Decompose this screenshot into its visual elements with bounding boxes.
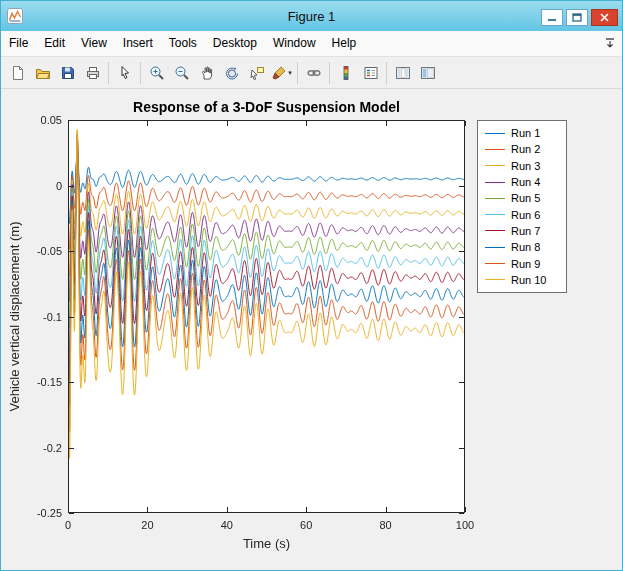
insert-colorbar-button[interactable] bbox=[333, 60, 358, 85]
y-tick-label: 0 bbox=[18, 180, 62, 192]
figure-canvas-area: Response of a 3-DoF Suspension Model Veh… bbox=[1, 89, 622, 570]
legend-entry[interactable]: Run 7 bbox=[485, 223, 559, 238]
legend-label: Run 1 bbox=[511, 127, 540, 139]
legend-line-sample bbox=[485, 279, 505, 280]
data-cursor-icon bbox=[249, 65, 265, 81]
show-plot-tools-button[interactable] bbox=[415, 60, 440, 85]
legend-entry[interactable]: Run 5 bbox=[485, 191, 559, 206]
zoom-out-icon bbox=[174, 65, 190, 81]
zoom-in-button[interactable] bbox=[144, 60, 169, 85]
window-controls bbox=[541, 6, 622, 26]
legend-label: Run 8 bbox=[511, 241, 540, 253]
menu-item-edit[interactable]: Edit bbox=[36, 31, 73, 56]
figure-toolbar: ▾ bbox=[1, 57, 622, 89]
rotate-3d-icon bbox=[224, 65, 240, 81]
y-tick-label: 0.05 bbox=[18, 114, 62, 126]
y-tick-label: -0.1 bbox=[18, 311, 62, 323]
legend-label: Run 7 bbox=[511, 225, 540, 237]
y-tick-label: -0.05 bbox=[18, 245, 62, 257]
rotate-3d-button[interactable] bbox=[219, 60, 244, 85]
legend-label: Run 4 bbox=[511, 176, 540, 188]
menu-item-insert[interactable]: Insert bbox=[115, 31, 161, 56]
x-tick-label: 80 bbox=[364, 519, 408, 531]
legend-entry[interactable]: Run 1 bbox=[485, 126, 559, 141]
print-figure-button[interactable] bbox=[80, 60, 105, 85]
window-title: Figure 1 bbox=[1, 9, 622, 24]
insert-legend-icon bbox=[363, 65, 379, 81]
legend-entry[interactable]: Run 6 bbox=[485, 207, 559, 222]
legend-label: Run 10 bbox=[511, 274, 546, 286]
legend-entry[interactable]: Run 8 bbox=[485, 240, 559, 255]
menubar: FileEditViewInsertToolsDesktopWindowHelp bbox=[1, 31, 622, 57]
legend-line-sample bbox=[485, 165, 505, 166]
pan-button[interactable] bbox=[194, 60, 219, 85]
y-tick-label: -0.25 bbox=[18, 507, 62, 519]
hide-plot-tools-icon bbox=[395, 65, 411, 81]
legend[interactable]: Run 1Run 2Run 3Run 4Run 5Run 6Run 7Run 8… bbox=[477, 120, 567, 293]
link-plot-icon bbox=[306, 65, 322, 81]
insert-legend-button[interactable] bbox=[358, 60, 383, 85]
brush-data-button[interactable]: ▾ bbox=[269, 60, 294, 85]
chart-title: Response of a 3-DoF Suspension Model bbox=[68, 99, 465, 115]
minimize-button[interactable] bbox=[541, 9, 563, 26]
legend-label: Run 9 bbox=[511, 258, 540, 270]
menu-item-tools[interactable]: Tools bbox=[161, 31, 205, 56]
pan-icon bbox=[199, 65, 215, 81]
legend-label: Run 2 bbox=[511, 143, 540, 155]
close-button[interactable] bbox=[591, 9, 618, 26]
legend-line-sample bbox=[485, 214, 505, 215]
legend-label: Run 5 bbox=[511, 192, 540, 204]
legend-line-sample bbox=[485, 230, 505, 231]
new-figure-button[interactable] bbox=[5, 60, 30, 85]
legend-entry[interactable]: Run 4 bbox=[485, 175, 559, 190]
menu-item-window[interactable]: Window bbox=[265, 31, 324, 56]
menu-item-view[interactable]: View bbox=[73, 31, 115, 56]
toolbar-separator bbox=[297, 62, 298, 84]
hide-plot-tools-button[interactable] bbox=[390, 60, 415, 85]
legend-label: Run 6 bbox=[511, 209, 540, 221]
edit-plot-button[interactable] bbox=[112, 60, 137, 85]
zoom-out-button[interactable] bbox=[169, 60, 194, 85]
matlab-figure-icon bbox=[7, 8, 23, 24]
legend-entry[interactable]: Run 2 bbox=[485, 142, 559, 157]
show-plot-tools-icon bbox=[420, 65, 436, 81]
titlebar[interactable]: Figure 1 bbox=[1, 1, 622, 31]
menu-item-help[interactable]: Help bbox=[324, 31, 365, 56]
menu-item-file[interactable]: File bbox=[1, 31, 36, 56]
link-plot-button[interactable] bbox=[301, 60, 326, 85]
open-file-button[interactable] bbox=[30, 60, 55, 85]
maximize-button[interactable] bbox=[566, 9, 588, 26]
legend-entry[interactable]: Run 3 bbox=[485, 158, 559, 173]
legend-entry[interactable]: Run 9 bbox=[485, 256, 559, 271]
brush-data-icon bbox=[271, 65, 287, 81]
legend-entry[interactable]: Run 10 bbox=[485, 272, 559, 287]
open-file-icon bbox=[35, 65, 51, 81]
x-tick-label: 20 bbox=[125, 519, 169, 531]
save-figure-button[interactable] bbox=[55, 60, 80, 85]
edit-plot-icon bbox=[117, 65, 133, 81]
legend-line-sample bbox=[485, 133, 505, 134]
legend-line-sample bbox=[485, 198, 505, 199]
legend-line-sample bbox=[485, 247, 505, 248]
dock-figure-icon[interactable] bbox=[604, 37, 616, 50]
toolbar-separator bbox=[329, 62, 330, 84]
legend-line-sample bbox=[485, 149, 505, 150]
y-tick-label: -0.15 bbox=[18, 376, 62, 388]
insert-colorbar-icon bbox=[338, 65, 354, 81]
menu-item-desktop[interactable]: Desktop bbox=[205, 31, 265, 56]
x-tick-label: 0 bbox=[46, 519, 90, 531]
x-axis-label: Time (s) bbox=[68, 536, 465, 551]
legend-label: Run 3 bbox=[511, 160, 540, 172]
legend-line-sample bbox=[485, 263, 505, 264]
new-figure-icon bbox=[10, 65, 26, 81]
brush-dropdown-icon[interactable]: ▾ bbox=[288, 69, 292, 77]
save-figure-icon bbox=[60, 65, 76, 81]
legend-line-sample bbox=[485, 182, 505, 183]
data-cursor-button[interactable] bbox=[244, 60, 269, 85]
toolbar-separator bbox=[108, 62, 109, 84]
figure-window: Figure 1 FileEditViewInsertToolsDesktopW… bbox=[0, 0, 623, 571]
x-tick-label: 40 bbox=[205, 519, 249, 531]
y-tick-label: -0.2 bbox=[18, 442, 62, 454]
zoom-in-icon bbox=[149, 65, 165, 81]
toolbar-separator bbox=[386, 62, 387, 84]
